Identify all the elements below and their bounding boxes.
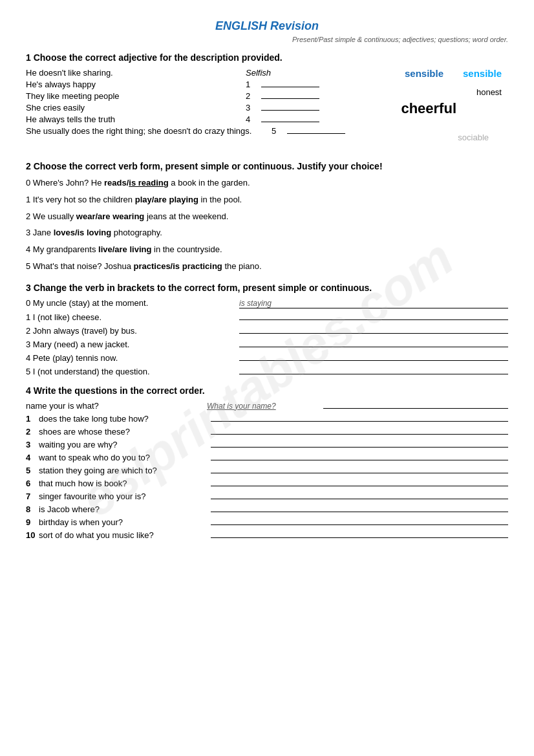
q-line-7[interactable] [211,499,508,499]
verb-bold-4: live/are living [98,244,151,254]
word-honest: honest [476,87,502,97]
verb-num-2: 2 [26,211,33,221]
verb-row-3: 3 Jane loves/is loving photography. [26,226,508,240]
section3-title: 3 Change the verb in brackets to the cor… [26,283,508,293]
subtitle: Present/Past simple & continuous; adject… [26,36,508,43]
q-line-8[interactable] [211,512,508,512]
q-scrambled-6: that much how is book? [39,479,207,488]
adj-num-2: 2 [246,91,259,101]
verb-text2-4: in the countryside. [151,244,222,254]
q-line-3[interactable] [211,447,508,448]
adj-blank-3[interactable] [261,110,319,111]
fill-row-2: 2 John always (travel) by bus. [26,326,508,336]
fill-sentence-2: 2 John always (travel) by bus. [26,326,233,336]
adj-blank-5[interactable] [287,133,345,134]
adj-num-4: 4 [246,114,259,124]
word-sensible2: sensible [463,68,502,79]
adj-desc-4: He always tells the truth [26,114,246,124]
verb-text1-0: Where's John? He [33,178,104,188]
q-example-line [323,408,508,409]
fill-answer-4[interactable] [239,360,508,361]
q-line-9[interactable] [211,524,508,525]
q-line-10[interactable] [211,537,508,538]
verb-text1-4: My grandparents [33,244,98,254]
q-num-4: 4 [26,453,39,462]
q-scrambled-4: want to speak who do you to? [39,453,207,462]
adj-label-0: Selfish [246,68,297,78]
section1: 1 Choose the correct adjective for the d… [26,52,508,152]
verb-row-2: 2 We usually wear/are wearing jeans at t… [26,210,508,224]
q-row-9: 9 birthday is when your? [26,517,508,527]
q-row-1: 1 does the take long tube how? [26,414,508,424]
fill-row-5: 5 I (not understand) the question. [26,367,508,376]
fill-row-1: 1 I (not like) cheese. [26,312,508,322]
verb-row-1: 1 It's very hot so the children play/are… [26,193,508,207]
adj-blank-1[interactable] [261,87,319,87]
fill-answer-2[interactable] [239,333,508,334]
verb-bold-2: wear/are wearing [76,211,145,221]
adj-num-5: 5 [272,126,284,136]
q-row-3: 3 waiting you are why? [26,440,508,449]
verb-bold-3: loves/is loving [54,228,112,237]
q-scrambled-1: does the take long tube how? [39,414,207,424]
q-line-2[interactable] [211,434,508,435]
fill-answer-5[interactable] [239,374,508,374]
q-line-4[interactable] [211,460,508,460]
verb-num-1: 1 [26,195,33,204]
fill-sentence-4: 4 Pete (play) tennis now. [26,353,233,363]
section4: 4 Write the questions in the correct ord… [26,385,508,540]
q-scrambled-5: station they going are which to? [39,466,207,475]
q-num-8: 8 [26,504,39,514]
adj-desc-0: He doesn't like sharing. [26,68,246,78]
fill-answer-3[interactable] [239,347,508,347]
verb-row-5: 5 What's that noise? Joshua practices/is… [26,260,508,274]
verb-text1-5: What's that noise? Joshua [33,261,134,271]
verb-bold-0: reads/is reading [104,178,169,188]
section1-title: 1 Choose the correct adjective for the d… [26,52,508,63]
q-num-1: 1 [26,414,39,424]
adj-desc-2: They like meeting people [26,91,246,101]
word-sensible1: sensible [405,68,443,79]
section2: 2 Choose the correct verb form, present … [26,161,508,274]
verb-bold-5: practices/is practicing [134,261,222,271]
adj-blank-4[interactable] [261,122,319,122]
adj-desc-5: She usually does the right thing; she do… [26,126,272,136]
section4-title: 4 Write the questions in the correct ord… [26,385,508,396]
adj-row-1: He's always happy 1 [26,80,508,89]
q-line-6[interactable] [211,486,508,486]
verb-text2-1: in the pool. [198,195,242,204]
q-line-5[interactable] [211,473,508,473]
fill-sentence-3: 3 Mary (need) a new jacket. [26,340,233,349]
verb-row-4: 4 My grandparents live/are living in the… [26,243,508,257]
q-row-6: 6 that much how is book? [26,479,508,488]
q-row-2: 2 shoes are whose these? [26,427,508,437]
verb-num-0: 0 [26,178,33,188]
verb-text2-5: the piano. [222,261,262,271]
q-num-6: 6 [26,479,39,488]
q-example-scrambled: name your is what? [26,401,207,411]
q-num-9: 9 [26,517,39,527]
adj-num-3: 3 [246,103,259,113]
q-scrambled-10: sort of do what you music like? [39,530,207,540]
adj-blank-2[interactable] [261,98,319,99]
verb-text2-3: photography. [111,228,162,237]
word-cheerful: cheerful [401,100,456,117]
fill-answer-1[interactable] [239,319,508,320]
q-example-answer: What is your name? [207,402,323,411]
adj-row-2: They like meeting people 2 [26,91,508,101]
fill-sentence-5: 5 I (not understand) the question. [26,367,233,376]
q-row-8: 8 is Jacob where? [26,504,508,514]
word-sociable: sociable [458,133,489,142]
q-num-7: 7 [26,491,39,501]
adj-desc-3: She cries easily [26,103,246,113]
q-scrambled-7: singer favourite who your is? [39,491,207,501]
adj-row-5: She usually does the right thing; she do… [26,126,508,136]
fill-sentence-1: 1 I (not like) cheese. [26,312,233,322]
verb-bold-1: play/are playing [135,195,198,204]
fill-answer-0: is staying [239,299,508,308]
q-scrambled-8: is Jacob where? [39,504,207,514]
q-line-1[interactable] [211,421,508,422]
q-scrambled-3: waiting you are why? [39,440,207,449]
fill-sentence-0: 0 My uncle (stay) at the moment. [26,298,233,308]
fill-row-0: 0 My uncle (stay) at the moment. is stay… [26,298,508,308]
